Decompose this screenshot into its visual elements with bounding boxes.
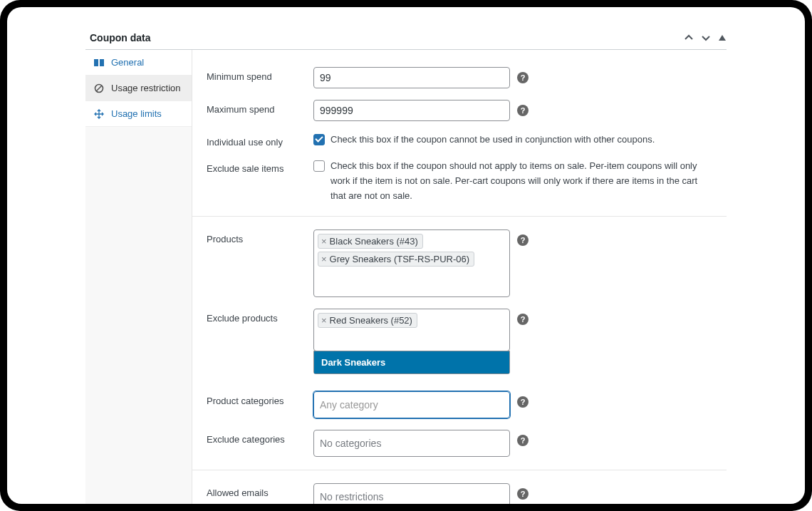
exclude-sale-description: Check this box if the coupon should not … [330, 159, 712, 203]
row-maximum-spend: Maximum spend ? [192, 94, 727, 127]
allowed-emails-input[interactable]: No restrictions [313, 483, 510, 504]
label-exclude-sale: Exclude sale items [207, 159, 313, 174]
product-tag: × Red Sneakers (#52) [318, 313, 417, 328]
tag-label: Grey Sneakers (TSF-RS-PUR-06) [330, 254, 469, 264]
product-categories-select[interactable]: Any category [313, 391, 510, 418]
minimum-spend-input[interactable] [313, 67, 510, 88]
exclude-categories-select[interactable]: No categories [313, 430, 510, 457]
tab-general[interactable]: General [85, 50, 192, 76]
row-exclude-products: Exclude products × Red Sneakers (#52) Da… [192, 303, 727, 357]
svg-line-4 [96, 86, 102, 91]
row-exclude-categories: Exclude categories No categories ? [192, 424, 727, 463]
tag-label: Black Sneakers (#43) [330, 236, 418, 247]
product-tag: × Grey Sneakers (TSF-RS-PUR-06) [318, 252, 474, 267]
help-icon[interactable]: ? [517, 105, 529, 116]
row-allowed-emails: Allowed emails No restrictions ? [192, 478, 727, 504]
exclude-products-dropdown: Dark Sneakers [313, 351, 510, 374]
row-exclude-sale: Exclude sale items Check this box if the… [192, 153, 727, 209]
svg-rect-2 [98, 58, 100, 67]
panel-controls [684, 33, 727, 43]
row-product-categories: Product categories Any category ? [192, 386, 727, 424]
block-icon [94, 83, 104, 93]
exclude-sale-checkbox[interactable] [313, 160, 325, 172]
panel-collapse-icon[interactable] [718, 33, 727, 42]
tab-label: General [111, 57, 144, 68]
placeholder-text: No categories [320, 438, 381, 449]
label-minimum-spend: Minimum spend [207, 67, 313, 82]
ticket-icon [94, 58, 104, 68]
help-icon[interactable]: ? [517, 396, 529, 408]
panel-title: Coupon data [85, 32, 151, 43]
label-exclude-categories: Exclude categories [207, 430, 313, 445]
tab-label: Usage restriction [111, 83, 181, 93]
label-individual-use: Individual use only [207, 133, 313, 148]
remove-tag-icon[interactable]: × [321, 254, 327, 264]
tab-label: Usage limits [111, 108, 162, 119]
maximum-spend-input[interactable] [313, 100, 510, 121]
device-frame: Coupon data General [0, 0, 812, 511]
help-icon[interactable]: ? [517, 488, 529, 500]
dropdown-option[interactable]: Dark Sneakers [314, 351, 509, 373]
label-maximum-spend: Maximum spend [207, 100, 313, 115]
panel-header: Coupon data [85, 32, 727, 50]
divider [192, 216, 727, 217]
label-allowed-emails: Allowed emails [207, 483, 313, 498]
help-icon[interactable]: ? [517, 234, 529, 246]
row-individual-use: Individual use only Check this box if th… [192, 127, 727, 153]
individual-use-checkbox[interactable] [313, 134, 325, 145]
svg-marker-0 [719, 35, 726, 41]
help-icon[interactable]: ? [517, 314, 529, 325]
label-products: Products [207, 229, 313, 244]
panel-down-icon[interactable] [701, 33, 711, 43]
placeholder-text: No restrictions [320, 491, 383, 502]
panel-body: General Usage restriction Usage limits M… [85, 50, 727, 504]
help-icon[interactable]: ? [517, 435, 529, 446]
product-tag: × Black Sneakers (#43) [318, 234, 423, 249]
content: Minimum spend ? Maximum spend ? Individu… [192, 50, 727, 504]
remove-tag-icon[interactable]: × [321, 316, 327, 325]
individual-use-description: Check this box if the coupon cannot be u… [330, 133, 655, 148]
help-icon[interactable]: ? [517, 72, 529, 83]
sidebar: General Usage restriction Usage limits [85, 50, 192, 504]
row-minimum-spend: Minimum spend ? [192, 61, 727, 94]
label-exclude-products: Exclude products [207, 309, 313, 324]
label-product-categories: Product categories [207, 391, 313, 406]
exclude-products-select[interactable]: × Red Sneakers (#52) [313, 309, 510, 351]
move-icon [94, 109, 104, 119]
screen: Coupon data General [7, 7, 805, 504]
placeholder-text: Any category [320, 399, 378, 411]
tab-usage-limits[interactable]: Usage limits [85, 101, 192, 127]
row-products: Products × Black Sneakers (#43) × Grey S… [192, 224, 727, 303]
tab-usage-restriction[interactable]: Usage restriction [85, 76, 192, 101]
products-select[interactable]: × Black Sneakers (#43) × Grey Sneakers (… [313, 229, 510, 297]
remove-tag-icon[interactable]: × [321, 237, 327, 246]
tag-label: Red Sneakers (#52) [330, 315, 412, 326]
panel-up-icon[interactable] [684, 33, 694, 43]
divider [192, 470, 727, 470]
